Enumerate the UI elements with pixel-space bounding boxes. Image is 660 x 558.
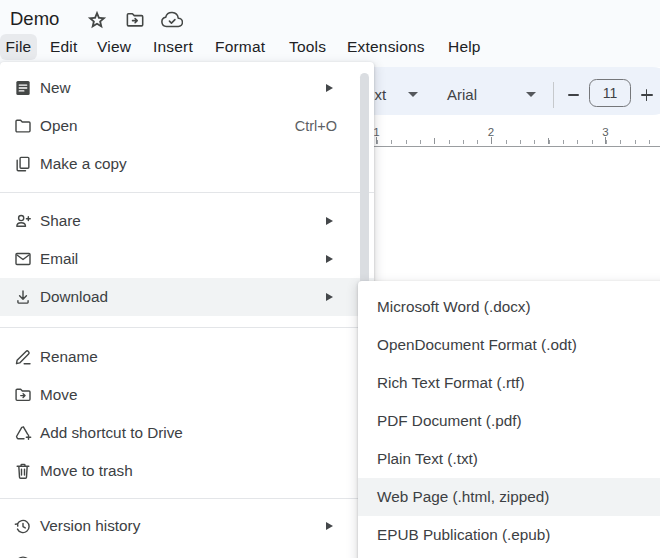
trash-icon — [13, 461, 33, 481]
shortcut-label: Ctrl+O — [295, 118, 337, 134]
ruler-half-tick — [548, 138, 549, 144]
submenu-item-rtf[interactable]: Rich Text Format (.rtf) — [358, 364, 660, 402]
drive-add-icon — [13, 423, 33, 443]
submenu-item-docx[interactable]: Microsoft Word (.docx) — [358, 288, 660, 326]
copy-icon — [13, 154, 33, 174]
google-docs-app: Demo File Edit View Insert Format Tools … — [0, 0, 660, 558]
submenu-arrow-icon — [326, 255, 333, 263]
font-name[interactable]: Arial — [447, 85, 477, 105]
download-submenu: Microsoft Word (.docx) OpenDocument Form… — [358, 281, 660, 558]
menubar-item-extensions[interactable]: Extensions — [347, 34, 425, 60]
submenu-arrow-icon — [326, 293, 333, 301]
submenu-item-odt[interactable]: OpenDocument Format (.odt) — [358, 326, 660, 364]
document-title[interactable]: Demo — [10, 7, 59, 31]
menubar-item-insert[interactable]: Insert — [153, 34, 193, 60]
menubar-item-file[interactable]: File — [0, 34, 37, 60]
folder-open-icon — [13, 116, 33, 136]
menu-item-version-history[interactable]: Version history — [0, 507, 374, 545]
menu-item-make-a-copy[interactable]: Make a copy — [0, 145, 374, 183]
ruler-minor-ticks — [377, 140, 660, 144]
folder-move-icon[interactable] — [124, 9, 146, 31]
download-icon — [13, 287, 33, 307]
decrease-font-size-icon[interactable] — [568, 94, 579, 96]
submenu-item-pdf[interactable]: PDF Document (.pdf) — [358, 402, 660, 440]
ruler-inch-tick — [376, 137, 377, 144]
menu-item-email[interactable]: Email — [0, 240, 374, 278]
folder-move-icon — [13, 385, 33, 405]
menu-divider — [0, 498, 374, 499]
menubar-item-edit[interactable]: Edit — [50, 34, 78, 60]
submenu-arrow-icon — [326, 217, 333, 225]
menubar-item-view[interactable]: View — [97, 34, 131, 60]
paragraph-style-caret-icon[interactable] — [408, 92, 418, 97]
menu-item-move[interactable]: Move — [0, 376, 374, 414]
menubar-item-help[interactable]: Help — [448, 34, 481, 60]
file-menu: New Open Ctrl+O Make a copy Share Email … — [0, 62, 374, 558]
menu-item-add-shortcut-to-drive[interactable]: Add shortcut to Drive — [0, 414, 374, 452]
person-add-icon — [13, 211, 33, 231]
offline-circle-icon — [13, 554, 33, 558]
version-history-icon — [13, 516, 33, 536]
menu-item-download[interactable]: Download — [0, 278, 374, 316]
submenu-item-epub[interactable]: EPUB Publication (.epub) — [358, 516, 660, 554]
menu-item-rename[interactable]: Rename — [0, 338, 374, 376]
menu-item-new[interactable]: New — [0, 69, 374, 107]
menu-item-move-to-trash[interactable]: Move to trash — [0, 452, 374, 490]
ruler-inch-tick — [605, 137, 606, 144]
menu-item-open[interactable]: Open Ctrl+O — [0, 107, 374, 145]
ruler-inch-tick — [491, 137, 492, 144]
ruler-half-tick — [434, 138, 435, 144]
submenu-item-html-zipped[interactable]: Web Page (.html, zipped) — [358, 478, 660, 516]
menu-divider — [0, 327, 374, 328]
menu-item-offline[interactable] — [0, 545, 374, 558]
font-size-field[interactable]: 11 — [589, 79, 631, 107]
star-icon[interactable] — [86, 9, 108, 31]
menubar-item-tools[interactable]: Tools — [289, 34, 326, 60]
submenu-arrow-icon — [326, 84, 333, 92]
cloud-check-icon — [161, 9, 183, 31]
new-document-icon — [13, 78, 33, 98]
menubar-item-format[interactable]: Format — [215, 34, 265, 60]
submenu-item-txt[interactable]: Plain Text (.txt) — [358, 440, 660, 478]
font-caret-icon[interactable] — [526, 92, 536, 97]
toolbar-separator — [553, 82, 554, 108]
menu-item-share[interactable]: Share — [0, 202, 374, 240]
envelope-icon — [13, 249, 33, 269]
rename-pencil-icon — [13, 347, 33, 367]
menu-divider — [0, 192, 374, 193]
submenu-arrow-icon — [326, 522, 333, 530]
paragraph-style-fragment[interactable]: xt — [375, 85, 387, 105]
